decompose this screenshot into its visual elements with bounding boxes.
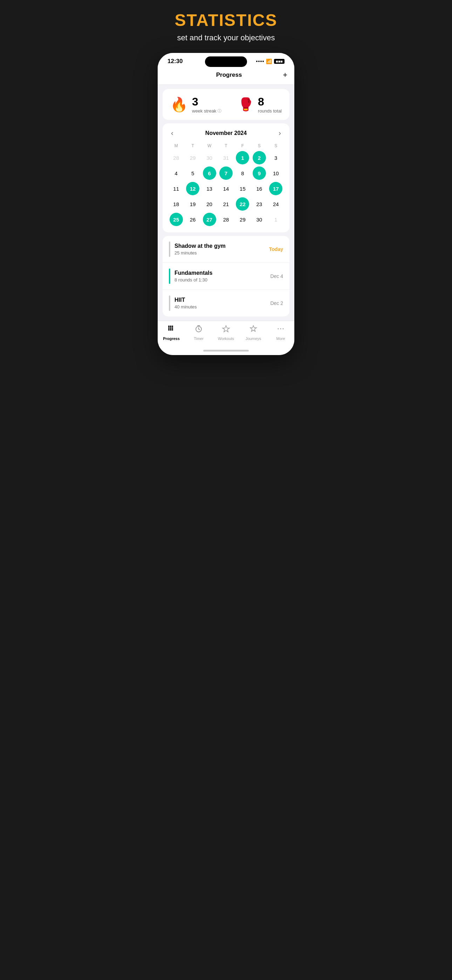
svg-point-15 (280, 328, 282, 329)
battery-icon: ■■■ (274, 59, 285, 64)
status-time: 12:30 (167, 58, 183, 65)
workout-detail: 8 rounds of 1:30 (175, 277, 212, 283)
tab-progress-label: Progress (163, 336, 180, 341)
add-button[interactable]: + (283, 70, 287, 80)
workout-item[interactable]: Fundamentals 8 rounds of 1:30 Dec 4 (162, 263, 290, 290)
cal-day[interactable]: 14 (220, 182, 232, 195)
status-icons: 📶 ■■■ (256, 59, 285, 64)
cal-day[interactable]: 16 (253, 182, 266, 195)
tab-journeys[interactable]: Journeys (240, 325, 267, 341)
cal-day[interactable]: 13 (203, 182, 216, 195)
cal-next-button[interactable]: › (276, 129, 284, 137)
workout-date: Dec 2 (270, 301, 283, 306)
cal-day[interactable]: 8 (236, 167, 249, 180)
workout-left: HIIT 40 minutes (169, 296, 197, 311)
workout-date: Today (269, 247, 283, 252)
rounds-count: 8 (258, 95, 282, 108)
cal-day[interactable]: 24 (269, 197, 282, 211)
workout-item[interactable]: HIIT 40 minutes Dec 2 (162, 290, 290, 317)
cal-day[interactable]: 28 (220, 213, 232, 226)
page-title: Progress (216, 72, 242, 78)
workout-name: Fundamentals (175, 270, 212, 276)
cal-day-active[interactable]: 12 (186, 182, 199, 195)
cal-day[interactable]: 30 (203, 151, 216, 164)
svg-rect-4 (170, 328, 171, 329)
streak-card: 🔥 3 week streak ⓘ 🥊 8 rounds total (162, 89, 290, 120)
workout-info: Fundamentals 8 rounds of 1:30 (175, 270, 212, 283)
page-wrapper: STATISTICS set and track your objectives… (151, 0, 301, 355)
cal-day-active[interactable]: 9 (253, 167, 266, 180)
workout-detail: 25 minutes (175, 250, 226, 256)
workout-detail: 40 minutes (175, 304, 197, 310)
cal-day[interactable]: 23 (253, 197, 266, 211)
tab-progress[interactable]: Progress (158, 325, 185, 341)
status-bar: 12:30 📶 ■■■ (158, 53, 294, 67)
notch (205, 56, 247, 67)
streak-info: 3 week streak ⓘ (192, 95, 221, 114)
workout-item[interactable]: Shadow at the gym 25 minutes Today (162, 236, 290, 263)
workout-bar (169, 296, 170, 311)
cal-day-active[interactable]: 6 (203, 167, 216, 180)
svg-point-14 (278, 328, 279, 329)
svg-marker-13 (223, 326, 229, 332)
day-header-wed: W (202, 142, 217, 150)
cal-day[interactable]: 10 (269, 167, 282, 180)
cal-day[interactable]: 15 (236, 182, 249, 195)
cal-day-active[interactable]: 1 (236, 151, 249, 164)
cal-day[interactable]: 20 (203, 197, 216, 211)
cal-day[interactable]: 28 (170, 151, 183, 164)
svg-rect-8 (172, 329, 173, 331)
rounds-right: 🥊 8 rounds total (226, 95, 282, 114)
cal-day[interactable]: 30 (253, 213, 266, 226)
tab-journeys-label: Journeys (246, 336, 261, 341)
nav-header: Progress + (158, 67, 294, 85)
workouts-icon (222, 325, 230, 335)
cal-day-active[interactable]: 25 (170, 213, 183, 226)
day-header-thu: T (218, 142, 234, 150)
cal-day[interactable]: 5 (186, 167, 199, 180)
cal-day-active[interactable]: 7 (220, 167, 232, 180)
cal-day-active[interactable]: 17 (269, 182, 282, 195)
svg-rect-5 (172, 328, 173, 329)
fire-icon: 🔥 (170, 96, 188, 113)
workout-left: Shadow at the gym 25 minutes (169, 242, 226, 257)
tab-more-label: More (276, 336, 285, 341)
workout-left: Fundamentals 8 rounds of 1:30 (169, 269, 212, 284)
cal-day[interactable]: 21 (220, 197, 232, 211)
cal-month-label: November 2024 (205, 130, 247, 136)
day-header-sun: S (268, 142, 284, 150)
phone-frame: 12:30 📶 ■■■ Progress + (158, 53, 294, 355)
info-icon: ⓘ (218, 108, 221, 114)
cal-day[interactable]: 29 (236, 213, 249, 226)
cal-day[interactable]: 29 (186, 151, 199, 164)
cal-day[interactable]: 11 (170, 182, 183, 195)
cal-day-active[interactable]: 27 (203, 213, 216, 226)
svg-rect-1 (170, 326, 171, 327)
tab-more[interactable]: More (267, 325, 294, 341)
headline: STATISTICS (175, 11, 277, 30)
cal-prev-button[interactable]: ‹ (168, 129, 176, 137)
tab-workouts-label: Workouts (218, 336, 234, 341)
boxer-icon: 🥊 (238, 97, 254, 112)
workout-info: HIIT 40 minutes (175, 297, 197, 310)
workout-date: Dec 4 (270, 274, 283, 279)
cal-day[interactable]: 19 (186, 197, 199, 211)
cal-day-active[interactable]: 2 (253, 151, 266, 164)
workout-bar (169, 269, 170, 284)
cal-day[interactable]: 26 (186, 213, 199, 226)
svg-rect-7 (170, 329, 171, 331)
cal-day[interactable]: 3 (269, 151, 282, 164)
tab-timer-label: Timer (194, 336, 204, 341)
cal-day[interactable]: 18 (170, 197, 183, 211)
cal-day-active[interactable]: 22 (236, 197, 249, 211)
tab-timer[interactable]: Timer (185, 325, 212, 341)
workout-name: Shadow at the gym (175, 243, 226, 249)
content-area: 🔥 3 week streak ⓘ 🥊 8 rounds total (158, 85, 294, 321)
cal-day[interactable]: 4 (170, 167, 183, 180)
cal-day[interactable]: 1 (269, 213, 282, 226)
cal-day[interactable]: 31 (220, 151, 232, 164)
tab-workouts[interactable]: Workouts (212, 325, 240, 341)
svg-point-16 (283, 328, 284, 329)
calendar-header: ‹ November 2024 › (168, 129, 284, 137)
timer-icon (194, 325, 203, 335)
